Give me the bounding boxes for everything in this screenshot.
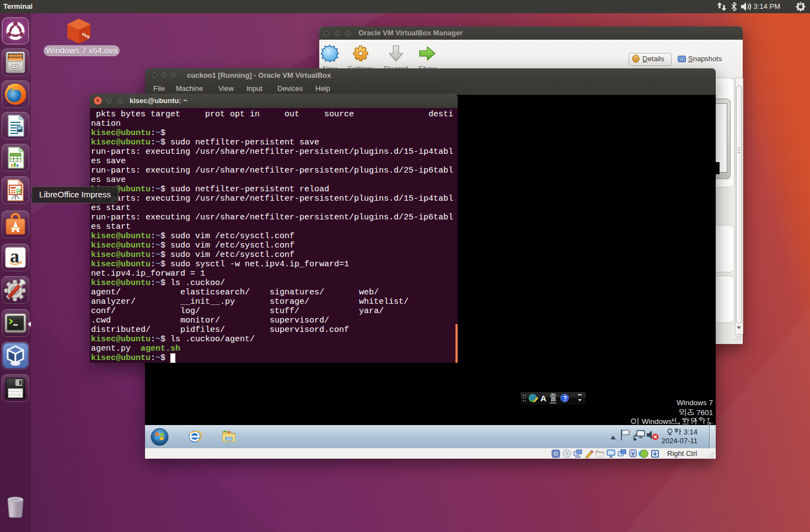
svg-text:?: ?	[563, 395, 567, 402]
svg-text:V: V	[631, 451, 635, 456]
svg-text:A: A	[540, 394, 546, 403]
